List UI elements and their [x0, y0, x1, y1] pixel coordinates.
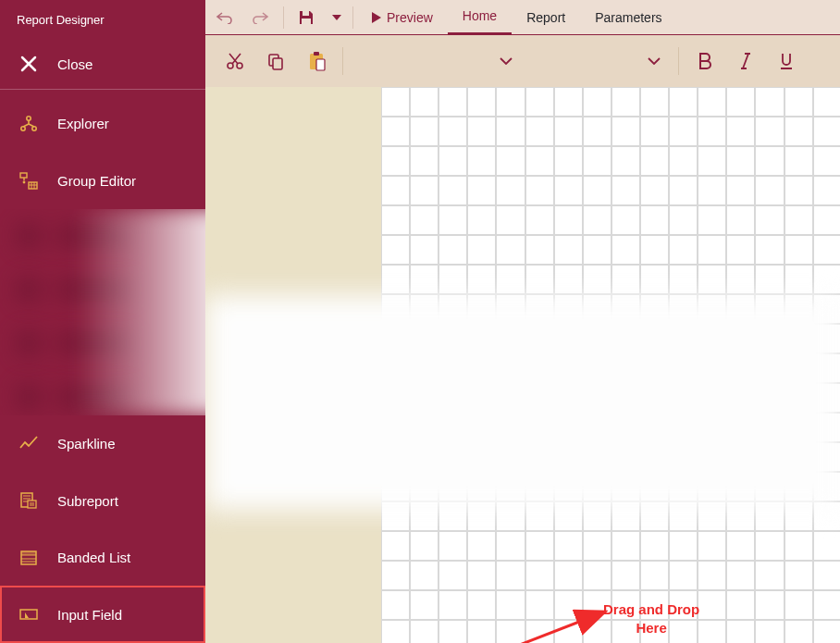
svg-rect-19 — [316, 59, 325, 70]
input-field-icon — [19, 604, 39, 624]
drag-drop-annotation: Drag and Drop Here — [603, 600, 699, 637]
save-dropdown[interactable] — [325, 0, 349, 35]
sidebar-item-input-field[interactable]: Input Field — [0, 586, 205, 643]
preview-label: Preview — [387, 10, 433, 25]
paste-button[interactable] — [296, 43, 337, 80]
banded-list-icon — [19, 548, 39, 568]
close-icon — [19, 54, 39, 74]
blurred-canvas-strip — [205, 295, 840, 510]
sidebar-item-sparkline[interactable]: Sparkline — [0, 415, 205, 473]
italic-button[interactable] — [725, 43, 766, 80]
tab-parameters[interactable]: Parameters — [580, 0, 676, 35]
svg-rect-3 — [20, 173, 27, 178]
group-editor-label: Group Editor — [57, 173, 136, 189]
explorer-icon — [19, 114, 39, 134]
main-area: Preview Home Report Parameters — [205, 0, 840, 643]
svg-rect-10 — [20, 610, 37, 619]
redo-button[interactable] — [242, 0, 279, 35]
home-label: Home — [463, 8, 497, 23]
svg-point-1 — [21, 126, 25, 130]
cut-button[interactable] — [215, 43, 255, 80]
sidebar-item-banded-list[interactable]: Banded List — [0, 529, 205, 587]
subreport-label: Subreport — [57, 493, 118, 509]
svg-rect-7 — [28, 501, 36, 508]
svg-rect-12 — [302, 19, 311, 24]
svg-rect-9 — [21, 551, 36, 555]
sparkline-icon — [19, 434, 39, 454]
banded-list-label: Banded List — [57, 550, 130, 565]
font-size-dropdown[interactable] — [636, 57, 673, 65]
app-title: Report Designer — [0, 0, 205, 40]
tab-preview[interactable]: Preview — [357, 0, 448, 35]
sidebar-item-explorer[interactable]: Explorer — [0, 95, 205, 153]
tab-report[interactable]: Report — [512, 0, 580, 35]
play-icon — [372, 12, 381, 23]
svg-rect-18 — [314, 52, 319, 56]
close-button[interactable]: Close — [0, 40, 205, 90]
group-editor-icon — [19, 170, 39, 191]
input-field-label: Input Field — [57, 607, 122, 623]
svg-rect-16 — [273, 58, 282, 69]
copy-button[interactable] — [255, 43, 296, 80]
close-label: Close — [57, 56, 93, 72]
sidebar-item-group-editor[interactable]: Group Editor — [0, 152, 205, 209]
save-button[interactable] — [288, 0, 325, 35]
report-label: Report — [526, 10, 565, 25]
canvas-area[interactable]: // draw grid immediately via doc.write a… — [205, 87, 840, 643]
svg-point-2 — [32, 126, 36, 130]
tab-home[interactable]: Home — [448, 0, 512, 35]
svg-rect-11 — [303, 11, 309, 16]
svg-point-5 — [23, 181, 26, 184]
toolbar — [205, 35, 840, 87]
sparkline-label: Sparkline — [57, 436, 116, 451]
svg-point-0 — [27, 116, 31, 119]
underline-button[interactable] — [766, 43, 807, 80]
sidebar: Report Designer Close Explorer Group Edi… — [0, 0, 205, 643]
parameters-label: Parameters — [595, 10, 661, 25]
font-family-dropdown[interactable] — [488, 57, 525, 65]
subreport-icon — [19, 490, 39, 511]
top-ribbon: Preview Home Report Parameters — [205, 0, 840, 35]
undo-button[interactable] — [205, 0, 242, 35]
blurred-items-region — [0, 209, 205, 415]
sidebar-item-subreport[interactable]: Subreport — [0, 472, 205, 529]
explorer-label: Explorer — [57, 116, 109, 131]
bold-button[interactable] — [685, 43, 725, 80]
